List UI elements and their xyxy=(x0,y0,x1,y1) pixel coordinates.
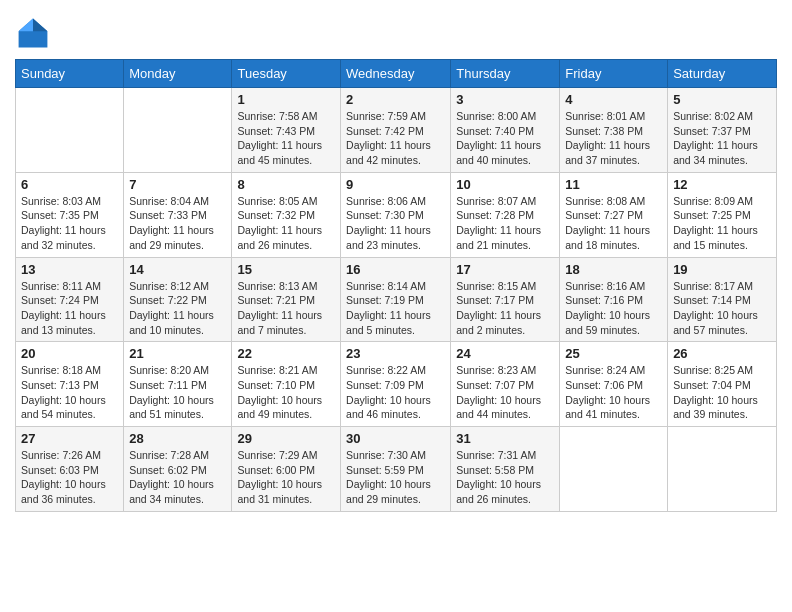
day-info: Sunrise: 7:28 AMSunset: 6:02 PMDaylight:… xyxy=(129,448,226,507)
day-number: 10 xyxy=(456,177,554,192)
day-info: Sunrise: 8:15 AMSunset: 7:17 PMDaylight:… xyxy=(456,279,554,338)
day-info: Sunrise: 8:12 AMSunset: 7:22 PMDaylight:… xyxy=(129,279,226,338)
day-info: Sunrise: 8:18 AMSunset: 7:13 PMDaylight:… xyxy=(21,363,118,422)
day-number: 2 xyxy=(346,92,445,107)
day-info: Sunrise: 8:13 AMSunset: 7:21 PMDaylight:… xyxy=(237,279,335,338)
day-number: 19 xyxy=(673,262,771,277)
calendar-cell: 22Sunrise: 8:21 AMSunset: 7:10 PMDayligh… xyxy=(232,342,341,427)
calendar-cell: 27Sunrise: 7:26 AMSunset: 6:03 PMDayligh… xyxy=(16,427,124,512)
calendar-cell xyxy=(16,88,124,173)
day-number: 3 xyxy=(456,92,554,107)
day-number: 25 xyxy=(565,346,662,361)
day-info: Sunrise: 8:24 AMSunset: 7:06 PMDaylight:… xyxy=(565,363,662,422)
header-thursday: Thursday xyxy=(451,60,560,88)
calendar-cell: 23Sunrise: 8:22 AMSunset: 7:09 PMDayligh… xyxy=(341,342,451,427)
calendar-cell: 15Sunrise: 8:13 AMSunset: 7:21 PMDayligh… xyxy=(232,257,341,342)
day-number: 9 xyxy=(346,177,445,192)
day-info: Sunrise: 8:21 AMSunset: 7:10 PMDaylight:… xyxy=(237,363,335,422)
calendar-cell: 11Sunrise: 8:08 AMSunset: 7:27 PMDayligh… xyxy=(560,172,668,257)
calendar-cell: 29Sunrise: 7:29 AMSunset: 6:00 PMDayligh… xyxy=(232,427,341,512)
calendar-cell: 1Sunrise: 7:58 AMSunset: 7:43 PMDaylight… xyxy=(232,88,341,173)
calendar-cell: 26Sunrise: 8:25 AMSunset: 7:04 PMDayligh… xyxy=(668,342,777,427)
calendar-cell: 5Sunrise: 8:02 AMSunset: 7:37 PMDaylight… xyxy=(668,88,777,173)
day-info: Sunrise: 8:08 AMSunset: 7:27 PMDaylight:… xyxy=(565,194,662,253)
calendar-table: Sunday Monday Tuesday Wednesday Thursday… xyxy=(15,59,777,512)
calendar-cell: 30Sunrise: 7:30 AMSunset: 5:59 PMDayligh… xyxy=(341,427,451,512)
calendar-cell: 10Sunrise: 8:07 AMSunset: 7:28 PMDayligh… xyxy=(451,172,560,257)
calendar-week-row: 6Sunrise: 8:03 AMSunset: 7:35 PMDaylight… xyxy=(16,172,777,257)
calendar-cell: 14Sunrise: 8:12 AMSunset: 7:22 PMDayligh… xyxy=(124,257,232,342)
day-info: Sunrise: 8:00 AMSunset: 7:40 PMDaylight:… xyxy=(456,109,554,168)
day-number: 30 xyxy=(346,431,445,446)
calendar-week-row: 27Sunrise: 7:26 AMSunset: 6:03 PMDayligh… xyxy=(16,427,777,512)
header-friday: Friday xyxy=(560,60,668,88)
calendar-week-row: 20Sunrise: 8:18 AMSunset: 7:13 PMDayligh… xyxy=(16,342,777,427)
day-number: 13 xyxy=(21,262,118,277)
day-number: 31 xyxy=(456,431,554,446)
day-number: 16 xyxy=(346,262,445,277)
calendar-week-row: 1Sunrise: 7:58 AMSunset: 7:43 PMDaylight… xyxy=(16,88,777,173)
day-number: 28 xyxy=(129,431,226,446)
calendar-cell: 2Sunrise: 7:59 AMSunset: 7:42 PMDaylight… xyxy=(341,88,451,173)
day-info: Sunrise: 8:25 AMSunset: 7:04 PMDaylight:… xyxy=(673,363,771,422)
calendar-cell xyxy=(124,88,232,173)
header-monday: Monday xyxy=(124,60,232,88)
day-number: 12 xyxy=(673,177,771,192)
header-tuesday: Tuesday xyxy=(232,60,341,88)
day-info: Sunrise: 7:59 AMSunset: 7:42 PMDaylight:… xyxy=(346,109,445,168)
day-number: 17 xyxy=(456,262,554,277)
day-number: 5 xyxy=(673,92,771,107)
calendar-cell: 6Sunrise: 8:03 AMSunset: 7:35 PMDaylight… xyxy=(16,172,124,257)
page: Sunday Monday Tuesday Wednesday Thursday… xyxy=(0,0,792,612)
day-info: Sunrise: 8:03 AMSunset: 7:35 PMDaylight:… xyxy=(21,194,118,253)
day-number: 20 xyxy=(21,346,118,361)
day-info: Sunrise: 8:06 AMSunset: 7:30 PMDaylight:… xyxy=(346,194,445,253)
calendar-cell: 8Sunrise: 8:05 AMSunset: 7:32 PMDaylight… xyxy=(232,172,341,257)
day-info: Sunrise: 8:20 AMSunset: 7:11 PMDaylight:… xyxy=(129,363,226,422)
day-number: 26 xyxy=(673,346,771,361)
day-number: 11 xyxy=(565,177,662,192)
calendar-cell xyxy=(560,427,668,512)
day-number: 27 xyxy=(21,431,118,446)
day-info: Sunrise: 7:58 AMSunset: 7:43 PMDaylight:… xyxy=(237,109,335,168)
header-wednesday: Wednesday xyxy=(341,60,451,88)
svg-marker-2 xyxy=(19,19,33,32)
calendar-cell: 7Sunrise: 8:04 AMSunset: 7:33 PMDaylight… xyxy=(124,172,232,257)
day-info: Sunrise: 8:02 AMSunset: 7:37 PMDaylight:… xyxy=(673,109,771,168)
day-number: 14 xyxy=(129,262,226,277)
calendar-cell: 31Sunrise: 7:31 AMSunset: 5:58 PMDayligh… xyxy=(451,427,560,512)
day-number: 6 xyxy=(21,177,118,192)
day-number: 8 xyxy=(237,177,335,192)
day-number: 29 xyxy=(237,431,335,446)
day-number: 24 xyxy=(456,346,554,361)
calendar-cell: 24Sunrise: 8:23 AMSunset: 7:07 PMDayligh… xyxy=(451,342,560,427)
day-number: 23 xyxy=(346,346,445,361)
day-info: Sunrise: 8:14 AMSunset: 7:19 PMDaylight:… xyxy=(346,279,445,338)
day-number: 7 xyxy=(129,177,226,192)
day-info: Sunrise: 7:30 AMSunset: 5:59 PMDaylight:… xyxy=(346,448,445,507)
day-number: 18 xyxy=(565,262,662,277)
calendar-cell: 20Sunrise: 8:18 AMSunset: 7:13 PMDayligh… xyxy=(16,342,124,427)
calendar-cell: 4Sunrise: 8:01 AMSunset: 7:38 PMDaylight… xyxy=(560,88,668,173)
calendar-cell: 25Sunrise: 8:24 AMSunset: 7:06 PMDayligh… xyxy=(560,342,668,427)
calendar-cell: 21Sunrise: 8:20 AMSunset: 7:11 PMDayligh… xyxy=(124,342,232,427)
day-info: Sunrise: 7:29 AMSunset: 6:00 PMDaylight:… xyxy=(237,448,335,507)
calendar-cell: 17Sunrise: 8:15 AMSunset: 7:17 PMDayligh… xyxy=(451,257,560,342)
calendar-cell xyxy=(668,427,777,512)
day-info: Sunrise: 7:26 AMSunset: 6:03 PMDaylight:… xyxy=(21,448,118,507)
header-sunday: Sunday xyxy=(16,60,124,88)
day-info: Sunrise: 8:11 AMSunset: 7:24 PMDaylight:… xyxy=(21,279,118,338)
calendar-cell: 16Sunrise: 8:14 AMSunset: 7:19 PMDayligh… xyxy=(341,257,451,342)
header-saturday: Saturday xyxy=(668,60,777,88)
calendar-cell: 13Sunrise: 8:11 AMSunset: 7:24 PMDayligh… xyxy=(16,257,124,342)
day-info: Sunrise: 8:16 AMSunset: 7:16 PMDaylight:… xyxy=(565,279,662,338)
day-info: Sunrise: 8:17 AMSunset: 7:14 PMDaylight:… xyxy=(673,279,771,338)
calendar-cell: 9Sunrise: 8:06 AMSunset: 7:30 PMDaylight… xyxy=(341,172,451,257)
calendar-cell: 19Sunrise: 8:17 AMSunset: 7:14 PMDayligh… xyxy=(668,257,777,342)
day-number: 15 xyxy=(237,262,335,277)
day-info: Sunrise: 8:05 AMSunset: 7:32 PMDaylight:… xyxy=(237,194,335,253)
logo-icon xyxy=(15,15,51,51)
calendar-cell: 18Sunrise: 8:16 AMSunset: 7:16 PMDayligh… xyxy=(560,257,668,342)
calendar-cell: 12Sunrise: 8:09 AMSunset: 7:25 PMDayligh… xyxy=(668,172,777,257)
weekday-header-row: Sunday Monday Tuesday Wednesday Thursday… xyxy=(16,60,777,88)
